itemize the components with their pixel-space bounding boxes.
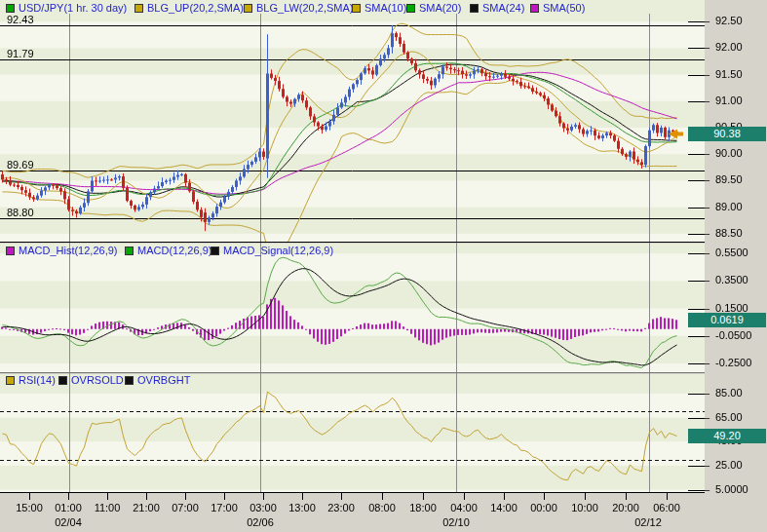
tick-label: 91.50: [715, 68, 743, 80]
legend-item: OVRBGHT: [125, 374, 190, 386]
time-tick-label: 07:00: [164, 502, 207, 513]
tick-label: 85.00: [715, 387, 743, 399]
legend-label: SMA(50): [543, 2, 585, 14]
tick-dash-icon: –: [704, 15, 715, 26]
price-line-label: 89.69: [7, 159, 34, 171]
tick-label: 90.00: [715, 147, 743, 159]
price-line-label: 88.80: [7, 207, 34, 218]
tick-dash-icon: –: [704, 483, 715, 495]
legend-swatch-icon: [470, 4, 479, 13]
tick-dash-icon: –: [704, 247, 715, 258]
legend-swatch-icon: [530, 4, 539, 13]
tick-dash-icon: –: [704, 173, 715, 185]
time-tick-label: 08:00: [361, 502, 403, 513]
time-tick-label: 00:00: [522, 502, 565, 513]
legend-swatch-icon: [352, 4, 361, 13]
current-rsi-box: 49.20: [688, 429, 766, 443]
date-label: 02/06: [239, 516, 282, 528]
tick-dash-icon: –: [704, 95, 715, 106]
time-tick-label: 21:00: [125, 502, 168, 513]
legend-label: SMA(20): [419, 2, 461, 14]
current-price-box: 90.38: [688, 127, 766, 141]
legend-swatch-icon: [125, 247, 134, 255]
tick-label: 89.50: [715, 173, 743, 185]
axis-tick: –65.00: [704, 411, 743, 423]
tick-label: 89.00: [715, 201, 743, 212]
tick-label: 0.3500: [715, 274, 748, 285]
tick-dash-icon: –: [704, 357, 715, 368]
axis-tick: –88.50: [704, 227, 743, 239]
legend-item: USD/JPY(1 hr. 30 day): [6, 2, 127, 14]
legend-item: MACD_Signal(12,26,9): [211, 245, 333, 256]
price-line-label: 92.43: [7, 14, 34, 25]
legend-label: SMA(24): [482, 2, 524, 14]
axis-tick: –91.50: [704, 68, 743, 80]
axis-tick: –91.00: [704, 95, 743, 106]
tick-dash-icon: –: [704, 411, 715, 423]
legend-label: MACD_Hist(12,26,9): [19, 245, 117, 256]
date-label: 02/12: [627, 516, 670, 528]
time-tick-label: 15:00: [8, 502, 51, 513]
legend-item: MACD_Hist(12,26,9): [6, 245, 117, 256]
legend-item: SMA(50): [530, 2, 585, 14]
legend-item: BLG_LW(20,2,SMA): [244, 2, 353, 14]
time-tick-label: 03:00: [242, 502, 285, 513]
legend-label: SMA(10): [364, 2, 406, 14]
date-label: 02/04: [47, 516, 90, 528]
date-label: 02/10: [435, 516, 478, 528]
legend-item: SMA(20): [406, 2, 461, 14]
legend-label: RSI(14): [19, 374, 56, 386]
legend-swatch-icon: [6, 247, 15, 255]
legend-swatch-icon: [58, 376, 67, 385]
tick-dash-icon: –: [704, 387, 715, 399]
tick-dash-icon: –: [704, 459, 715, 471]
price-line-label: 91.79: [7, 48, 34, 59]
tick-label: -0.0500: [715, 329, 751, 341]
axis-tick: –89.00: [704, 201, 743, 212]
tick-dash-icon: –: [704, 201, 715, 212]
legend-label: MACD_Signal(12,26,9): [223, 245, 333, 256]
time-tick-label: 20:00: [604, 502, 647, 513]
legend-label: OVRBGHT: [137, 374, 190, 386]
time-tick-label: 01:00: [47, 502, 90, 513]
time-tick-label: 04:00: [442, 502, 485, 513]
tick-dash-icon: –: [704, 41, 715, 53]
time-tick-label: 17:00: [203, 502, 246, 513]
time-tick-label: 06:00: [645, 502, 688, 513]
tick-label: 92.50: [715, 15, 743, 26]
axis-tick: –85.00: [704, 387, 743, 399]
axis-tick: –0.3500: [704, 274, 748, 285]
tick-dash-icon: –: [704, 274, 715, 285]
tick-label: 0.5500: [715, 247, 748, 258]
axis-tick: –90.00: [704, 147, 743, 159]
legend-label: USD/JPY(1 hr. 30 day): [19, 2, 127, 14]
legend-swatch-icon: [6, 376, 15, 385]
legend-item: BLG_UP(20,2,SMA): [134, 2, 244, 14]
axis-tick: –92.00: [704, 41, 743, 53]
tick-dash-icon: –: [704, 302, 715, 314]
tick-label: 92.00: [715, 41, 743, 53]
axis-tick: –0.1500: [704, 302, 748, 314]
tick-label: 25.00: [715, 459, 743, 471]
legend-item: OVRSOLD: [58, 374, 124, 386]
tick-label: 91.00: [715, 95, 743, 106]
time-tick-label: 23:00: [320, 502, 363, 513]
axis-tick: –92.50: [704, 15, 743, 26]
current-macd-box: 0.0619: [688, 313, 766, 327]
chart-window: USD/JPY(1 hr. 30 day)BLG_UP(20,2,SMA)BLG…: [0, 0, 767, 532]
legend-label: MACD(12,26,9): [137, 245, 211, 256]
tick-label: 88.50: [715, 227, 743, 239]
tick-dash-icon: –: [704, 147, 715, 159]
legend-swatch-icon: [125, 376, 134, 385]
legend-swatch-icon: [406, 4, 415, 13]
tick-dash-icon: –: [704, 68, 715, 80]
tick-label: 0.1500: [715, 302, 748, 314]
time-tick-label: 14:00: [482, 502, 525, 513]
legend-item: RSI(14): [6, 374, 56, 386]
tick-dash-icon: –: [704, 227, 715, 239]
legend-swatch-icon: [6, 4, 15, 13]
legend-label: BLG_LW(20,2,SMA): [256, 2, 353, 14]
time-tick-label: 13:00: [281, 502, 324, 513]
axis-tick: –-0.0500: [704, 329, 751, 341]
chart-canvas[interactable]: [0, 0, 767, 532]
